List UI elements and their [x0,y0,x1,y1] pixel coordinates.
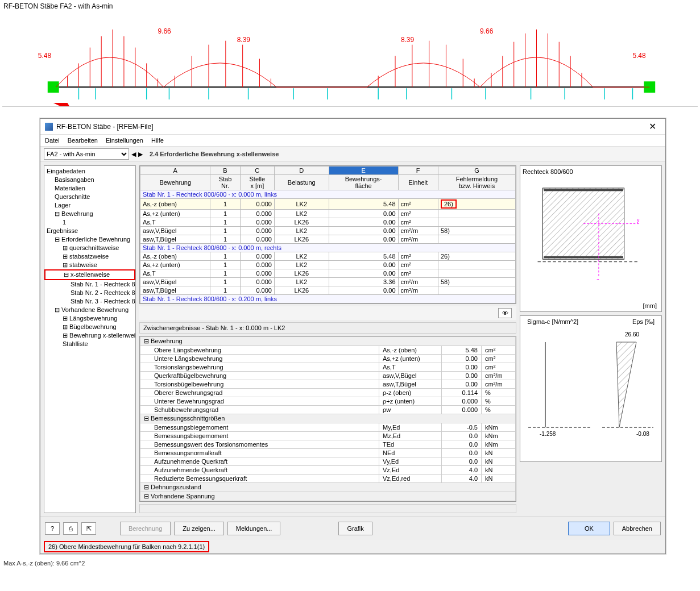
sigma-label: Sigma-c [N/mm^2] [527,318,578,325]
svg-text:y: y [637,217,640,223]
status-message: 26) Obere Mindestbewehrung für Balken na… [44,541,209,552]
tree-item[interactable]: Querschnitte [44,193,135,201]
navigation-tree[interactable]: EingabedatenBasisangabenMaterialienQuers… [44,165,136,513]
menu-help[interactable]: Hilfe [151,137,164,144]
reinforcement-table[interactable]: ABCDEFGBewehrungStabNr.Stellex [m]Belast… [139,165,516,304]
app-icon [45,123,53,131]
export2-icon[interactable]: ⇱ [81,522,96,535]
tree-item[interactable]: Stahlliste [44,340,135,348]
diagram-label-v3: 8.39 [237,36,251,44]
ok-button[interactable]: OK [568,522,610,535]
tree-item[interactable]: Stab Nr. 1 - Rechteck 8 [44,280,135,289]
menu-bar: Datei Bearbeiten Einstellungen Hilfe [40,135,665,147]
tree-item[interactable]: ⊟ Erforderliche Bewehrung [44,235,135,244]
cross-section-panel: Rechteck 800/600 y z [mm] [520,165,662,312]
tree-item[interactable]: 1 [44,218,135,227]
nav-next-icon[interactable]: ▶ [138,151,143,158]
diagram-label-v5: 9.66 [480,27,494,35]
nav-prev-icon[interactable]: ◀ [131,151,136,158]
svg-text:z: z [597,277,599,280]
menu-settings[interactable]: Einstellungen [106,137,143,144]
svg-text:-0.08: -0.08 [636,431,649,437]
tree-item[interactable]: ⊟ x-stellenweise [44,269,135,280]
tree-item[interactable]: ⊞ Längsbewehrung [44,314,135,323]
tree-item[interactable]: Lager [44,201,135,210]
tree-item[interactable]: Eingabedaten [44,167,135,176]
tree-item[interactable]: ⊟ Vorhandene Bewehrung [44,306,135,314]
tree-item[interactable]: ⊞ Bügelbewehrung [44,323,135,331]
svg-text:26.60: 26.60 [625,331,639,338]
svg-marker-64 [616,342,636,427]
tree-item[interactable]: Materialien [44,184,135,193]
intermediate-results-table[interactable]: ⊟ BewehrungObere LängsbewehrungAs,-z (ob… [139,336,516,502]
tree-item[interactable]: ⊞ stabweise [44,261,135,269]
tree-item[interactable]: Ergebnisse [44,227,135,235]
menu-edit[interactable]: Bearbeiten [68,137,98,144]
unit-label: [mm] [643,302,657,309]
table-title: 2.4 Erforderliche Bewehrung x-stellenwei… [145,151,279,157]
show-button[interactable]: Zu zeigen... [174,522,223,535]
horizontal-scrollbar[interactable] [139,504,516,513]
calc-button[interactable]: Berechnung [120,522,171,535]
eps-label: Eps [‰] [632,318,655,325]
diagram-label-v4: 8.39 [401,36,415,44]
cancel-button[interactable]: Abbrechen [614,522,661,535]
tree-item[interactable]: ⊞ Bewehrung x-stellenweise [44,331,135,340]
svg-rect-55 [544,256,623,259]
dialog-title-text: RF-BETON Stäbe - [RFEM-File] [56,123,153,131]
dialog-window: RF-BETON Stäbe - [RFEM-File] ✕ Datei Bea… [40,118,666,554]
view-toggle-icon[interactable]: 👁 [498,308,512,318]
stress-strain-panel: Sigma-c [N/mm^2] Eps [‰] 26.60 -1.258 -0… [520,315,662,462]
menu-file[interactable]: Datei [45,137,60,144]
tree-item[interactable]: Stab Nr. 2 - Rechteck 8 [44,289,135,297]
messages-button[interactable]: Meldungen... [227,522,281,535]
svg-rect-54 [544,189,623,192]
diagram-label-v1: 5.48 [38,52,52,60]
intermediate-results-title: Zwischenergebnisse - Stab Nr. 1 - x: 0.0… [139,322,516,334]
cross-section-title: Rechteck 800/600 [523,168,659,175]
beam-diagram: 5.48 9.66 8.39 8.39 9.66 5.48 [2,14,698,107]
export-icon[interactable]: ⎙ [63,522,78,535]
footer-status: Max A-s,-z (oben): 9.66 cm^2 [0,556,700,570]
tree-item[interactable]: ⊞ stabsatzweise [44,252,135,261]
help-icon[interactable]: ? [45,522,60,535]
svg-rect-1 [48,81,59,93]
svg-marker-51 [53,103,73,106]
outer-window-title: RF-BETON Stäbe FA2 - with As-min [0,0,700,13]
tree-item[interactable]: Stab Nr. 3 - Rechteck 8 [44,297,135,306]
case-select[interactable]: FA2 - with As-min [44,148,129,160]
tree-item[interactable]: Basisangaben [44,176,135,184]
close-button[interactable]: ✕ [644,121,661,132]
diagram-label-v6: 5.48 [632,52,646,60]
svg-text:-1.258: -1.258 [540,431,556,437]
tree-item[interactable]: ⊟ Bewehrung [44,210,135,218]
graphics-button[interactable]: Grafik [338,522,372,535]
diagram-label-v2: 9.66 [158,27,172,35]
tree-item[interactable]: ⊞ querschnittsweise [44,244,135,252]
